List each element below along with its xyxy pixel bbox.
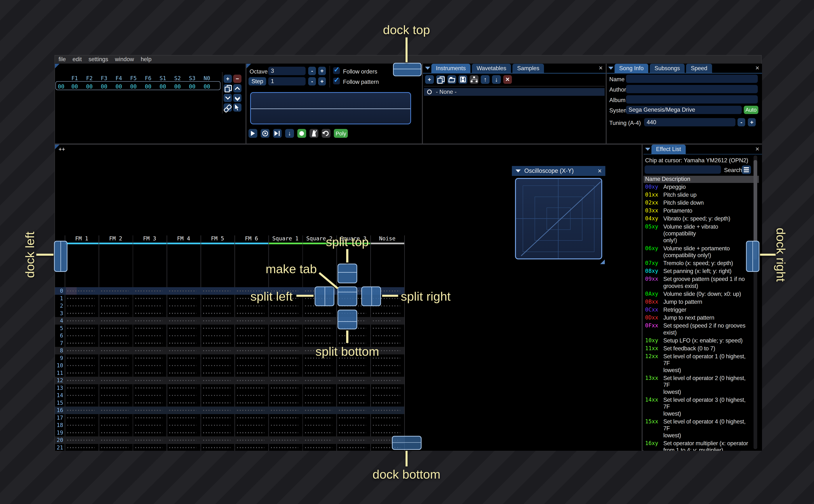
pattern-cell[interactable] <box>67 410 95 411</box>
effect-row-06xy[interactable]: 06xyVolume slide + portamento (compatibi… <box>645 244 759 259</box>
pattern-cell[interactable] <box>101 402 128 403</box>
move-order-down-button[interactable] <box>224 94 232 102</box>
menu-help[interactable]: help <box>141 56 151 63</box>
pattern-cell[interactable] <box>339 410 366 411</box>
pattern-cell[interactable] <box>237 320 264 321</box>
resize-grip[interactable] <box>600 260 605 264</box>
pattern-cell[interactable] <box>169 395 196 396</box>
effects-tab-effect-list[interactable]: Effect List <box>651 145 686 154</box>
pattern-cell[interactable] <box>101 432 128 433</box>
pattern-cell[interactable] <box>135 365 163 366</box>
pattern-cell[interactable] <box>237 328 264 329</box>
pattern-cell[interactable] <box>271 350 298 351</box>
pattern-cell[interactable] <box>373 387 400 389</box>
octave-decrease-button[interactable]: - <box>308 67 316 75</box>
pattern-cell[interactable] <box>169 432 196 433</box>
pattern-corner-button[interactable]: ++ <box>58 146 65 152</box>
order-cell[interactable]: 00 <box>111 83 126 90</box>
pattern-cell[interactable] <box>271 402 298 403</box>
pattern-cell[interactable] <box>67 447 95 448</box>
pattern-cell[interactable] <box>271 328 298 329</box>
effect-row-12xx[interactable]: 12xxSet level of operator 1 (0 highest, … <box>645 352 759 374</box>
pattern-cell[interactable] <box>101 358 128 359</box>
pattern-cell[interactable] <box>237 387 264 389</box>
pattern-cell[interactable] <box>101 417 128 418</box>
save-instrument-button[interactable] <box>459 75 467 84</box>
pattern-cell[interactable] <box>271 425 298 426</box>
pattern-cell[interactable] <box>135 440 163 441</box>
pattern-row-18[interactable]: 18 <box>55 421 404 429</box>
channel-header-fm-1[interactable]: FM 1 <box>65 235 99 243</box>
collapse-icon[interactable] <box>516 169 521 172</box>
pattern-cell[interactable] <box>339 343 366 344</box>
pattern-cell[interactable] <box>271 380 298 381</box>
system-input[interactable]: Sega Genesis/Mega Drive <box>626 106 742 114</box>
pattern-cell[interactable] <box>373 328 400 329</box>
pattern-cell[interactable] <box>169 387 196 389</box>
pattern-cell[interactable] <box>135 350 163 351</box>
order-cell[interactable]: 00 <box>199 83 214 90</box>
tuning-decrease-button[interactable]: - <box>738 118 745 126</box>
pattern-cell[interactable] <box>237 372 264 374</box>
pattern-cell[interactable] <box>305 320 332 321</box>
pattern-cell[interactable] <box>67 350 95 351</box>
pattern-cell[interactable] <box>305 387 332 389</box>
pattern-cell[interactable] <box>271 432 298 433</box>
pattern-cell[interactable] <box>203 432 230 433</box>
pattern-cell[interactable] <box>135 291 163 292</box>
pattern-cell[interactable] <box>373 343 400 344</box>
channel-header-fm-4[interactable]: FM 4 <box>167 235 200 243</box>
pattern-cell[interactable] <box>169 335 196 336</box>
song-tab-song-info[interactable]: Song Info <box>615 64 648 73</box>
order-cell[interactable]: 00 <box>185 83 200 90</box>
pattern-cell[interactable] <box>67 313 95 314</box>
pattern-cell[interactable] <box>373 380 400 381</box>
pattern-cell[interactable] <box>237 380 264 381</box>
pattern-cell[interactable] <box>203 313 230 314</box>
album-input[interactable] <box>626 95 758 104</box>
pattern-cell[interactable] <box>101 372 128 374</box>
pattern-cell[interactable] <box>135 372 163 374</box>
move-instrument-up-button[interactable]: ↑ <box>481 75 490 84</box>
pattern-row-19[interactable]: 19 <box>55 429 404 436</box>
pattern-cell[interactable] <box>135 425 163 426</box>
pattern-cell[interactable] <box>203 350 230 351</box>
pattern-cell[interactable] <box>373 313 400 314</box>
pattern-cell[interactable] <box>271 313 298 314</box>
instruments-tab-samples[interactable]: Samples <box>513 64 544 73</box>
pattern-row-15[interactable]: 15 <box>55 399 404 407</box>
pattern-cell[interactable] <box>101 328 128 329</box>
pattern-cell[interactable] <box>169 313 196 314</box>
make-tab-target[interactable] <box>337 286 357 306</box>
pattern-cell[interactable] <box>305 410 332 411</box>
record-button[interactable] <box>297 129 306 138</box>
duplicate-order-button[interactable] <box>224 84 232 92</box>
effect-row-09xx[interactable]: 09xxSet groove pattern (speed 1 if no gr… <box>645 275 759 290</box>
pattern-cell[interactable] <box>373 335 400 336</box>
effect-table-header[interactable]: Name Description <box>644 176 759 183</box>
pattern-cell[interactable] <box>339 365 366 366</box>
pattern-cell[interactable] <box>169 291 196 292</box>
song-tab-subsongs[interactable]: Subsongs <box>650 64 684 73</box>
pattern-cell[interactable] <box>101 387 128 389</box>
pattern-cell[interactable] <box>169 410 196 411</box>
pattern-cell[interactable] <box>169 350 196 351</box>
repeat-pattern-button[interactable] <box>322 129 330 138</box>
pattern-cell[interactable] <box>135 335 163 336</box>
pattern-cell[interactable] <box>67 387 95 389</box>
follow-orders-checkbox[interactable]: ✓ <box>333 67 340 74</box>
pattern-cell[interactable] <box>339 425 366 426</box>
channel-header-fm-2[interactable]: FM 2 <box>99 235 132 243</box>
octave-increase-button[interactable]: + <box>318 67 326 75</box>
pattern-cell[interactable] <box>169 447 196 448</box>
order-edit-mode-button[interactable] <box>233 103 241 112</box>
pattern-cell[interactable] <box>237 447 264 448</box>
effect-row-0Cxx[interactable]: 0CxxRetrigger <box>645 306 759 314</box>
octave-input[interactable]: 3 <box>268 67 305 75</box>
pattern-cell[interactable] <box>237 343 264 344</box>
collapse-icon[interactable] <box>425 67 430 70</box>
pattern-cell[interactable] <box>169 372 196 374</box>
pattern-cell[interactable] <box>135 343 163 344</box>
close-icon[interactable]: × <box>599 65 603 71</box>
pattern-cell[interactable] <box>67 291 95 292</box>
